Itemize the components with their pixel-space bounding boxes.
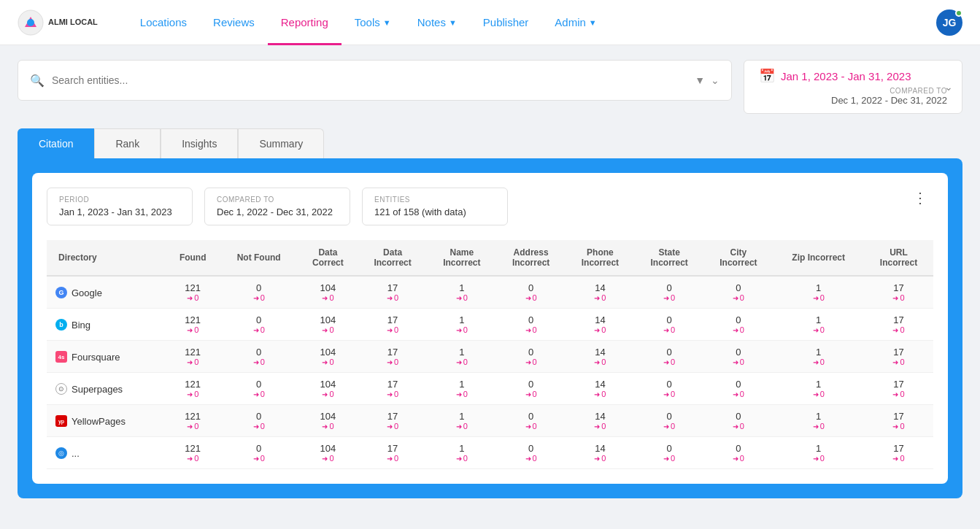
col-zip-incorrect: Zip Incorrect	[773, 240, 864, 276]
filter-controls[interactable]: ▼ ⌄	[695, 74, 719, 86]
table-cell: 0 ➜ 0	[704, 276, 773, 309]
directory-name: 4s Foursquare	[55, 351, 120, 363]
date-chevron-icon[interactable]: ⌄	[944, 81, 953, 93]
nav-item-publisher[interactable]: Publisher	[470, 0, 542, 45]
table-cell: 0 ➜ 0	[635, 309, 704, 341]
delta-value: 0	[394, 390, 398, 398]
delta-value: 0	[394, 293, 398, 302]
delta-value: 0	[194, 422, 198, 430]
nav-links: Locations Reviews Reporting Tools ▼ Note…	[127, 0, 936, 45]
delta-value: 0	[900, 293, 904, 302]
table-cell: 17 ➜ 0	[358, 309, 428, 341]
tab-summary[interactable]: Summary	[238, 128, 324, 158]
delta-value: 0	[194, 358, 198, 366]
nav-item-admin[interactable]: Admin ▼	[541, 0, 609, 45]
delta-value: 0	[194, 390, 198, 398]
nav-item-reviews[interactable]: Reviews	[200, 0, 268, 45]
search-input[interactable]	[52, 74, 695, 86]
col-data-incorrect: DataIncorrect	[358, 240, 428, 276]
directory-label: Google	[72, 287, 102, 298]
table-cell: 14 ➜ 0	[566, 309, 635, 341]
tab-citation[interactable]: Citation	[18, 128, 94, 158]
directory-name: yp YellowPages	[55, 415, 126, 427]
col-city-incorrect: CityIncorrect	[704, 240, 773, 276]
notes-dropdown-arrow: ▼	[449, 18, 457, 27]
nav-item-tools[interactable]: Tools ▼	[342, 0, 404, 45]
avatar[interactable]: JG	[936, 9, 962, 36]
directory-name: b Bing	[55, 319, 90, 331]
delta-value: 0	[533, 454, 537, 463]
table-cell: 104 ➜ 0	[298, 276, 358, 309]
table-cell: 17 ➜ 0	[864, 437, 933, 469]
nav-item-reporting[interactable]: Reporting	[268, 0, 342, 45]
delta-arrow-icon: ➜	[733, 455, 738, 463]
delta-arrow-icon: ➜	[187, 390, 193, 398]
delta-value: 0	[533, 390, 537, 398]
tab-insights[interactable]: Insights	[161, 128, 238, 158]
nav-item-notes[interactable]: Notes ▼	[404, 0, 470, 45]
table-cell: 14 ➜ 0	[566, 341, 635, 373]
filter-expand-icon[interactable]: ⌄	[711, 74, 719, 86]
table-cell: 17 ➜ 0	[358, 373, 428, 405]
delta-value: 0	[820, 390, 825, 398]
compared-to-value: Dec 1, 2022 - Dec 31, 2022	[217, 206, 338, 217]
delta-arrow-icon: ➜	[253, 294, 259, 302]
tab-rank[interactable]: Rank	[94, 128, 161, 158]
table-cell: 104 ➜ 0	[298, 309, 358, 341]
delta-value: 0	[394, 325, 398, 334]
date-main-range: 📅 Jan 1, 2023 - Jan 31, 2023	[759, 68, 947, 84]
filter-icon[interactable]: ▼	[695, 74, 705, 86]
delta-arrow-icon: ➜	[456, 358, 462, 366]
delta-arrow-icon: ➜	[253, 390, 259, 398]
delta-value: 0	[261, 325, 265, 334]
table-cell: 0 ➜ 0	[635, 373, 704, 405]
delta-arrow-icon: ➜	[253, 358, 259, 366]
navbar: ALMI LOCAL Locations Reviews Reporting T…	[0, 0, 980, 45]
table-cell: 14 ➜ 0	[566, 276, 635, 309]
date-range-box[interactable]: 📅 Jan 1, 2023 - Jan 31, 2023 COMPARED TO…	[744, 60, 962, 114]
delta-arrow-icon: ➜	[456, 294, 462, 302]
table-cell: 14 ➜ 0	[566, 405, 635, 437]
delta-value: 0	[900, 422, 904, 430]
delta-arrow-icon: ➜	[525, 326, 531, 334]
col-directory: Directory	[47, 240, 166, 276]
table-cell: 17 ➜ 0	[864, 373, 933, 405]
table-cell: 0 ➜ 0	[496, 276, 566, 309]
delta-value: 0	[394, 422, 398, 430]
delta-arrow-icon: ➜	[387, 326, 393, 334]
delta-arrow-icon: ➜	[387, 358, 393, 366]
nav-item-locations[interactable]: Locations	[127, 0, 200, 45]
delta-value: 0	[820, 454, 825, 463]
logo[interactable]: ALMI LOCAL	[18, 9, 98, 36]
delta-arrow-icon: ➜	[594, 422, 600, 430]
avatar-status-dot	[955, 9, 962, 17]
directory-label: YellowPages	[72, 416, 126, 427]
table-cell: 1 ➜ 0	[427, 437, 496, 469]
table-cell: 1 ➜ 0	[427, 341, 496, 373]
table-cell: 1 ➜ 0	[773, 309, 864, 341]
delta-arrow-icon: ➜	[892, 326, 898, 334]
search-icon: 🔍	[30, 74, 45, 88]
delta-arrow-icon: ➜	[322, 390, 328, 398]
table-cell: 121 ➜ 0	[166, 341, 220, 373]
delta-value: 0	[740, 454, 744, 463]
delta-value: 0	[740, 358, 744, 366]
delta-value: 0	[463, 325, 468, 334]
delta-value: 0	[261, 358, 265, 366]
delta-value: 0	[533, 422, 537, 430]
delta-arrow-icon: ➜	[525, 390, 531, 398]
table-cell: 0 ➜ 0	[496, 309, 566, 341]
delta-value: 0	[671, 293, 675, 302]
compared-dates: Dec 1, 2022 - Dec 31, 2022	[759, 95, 947, 106]
table-row: 4s Foursquare 121 ➜ 0 0 ➜ 0 104 ➜ 0 17 ➜…	[47, 341, 933, 373]
period-more-button[interactable]: ⋮	[907, 188, 933, 208]
delta-arrow-icon: ➜	[813, 422, 819, 430]
delta-value: 0	[671, 422, 675, 430]
col-phone-incorrect: PhoneIncorrect	[566, 240, 635, 276]
delta-value: 0	[463, 454, 468, 463]
delta-value: 0	[261, 293, 265, 302]
delta-value: 0	[601, 390, 606, 398]
table-cell: 0 ➜ 0	[220, 309, 298, 341]
table-row: G Google 121 ➜ 0 0 ➜ 0 104 ➜ 0 17 ➜ 0	[47, 276, 933, 309]
delta-arrow-icon: ➜	[733, 422, 738, 430]
